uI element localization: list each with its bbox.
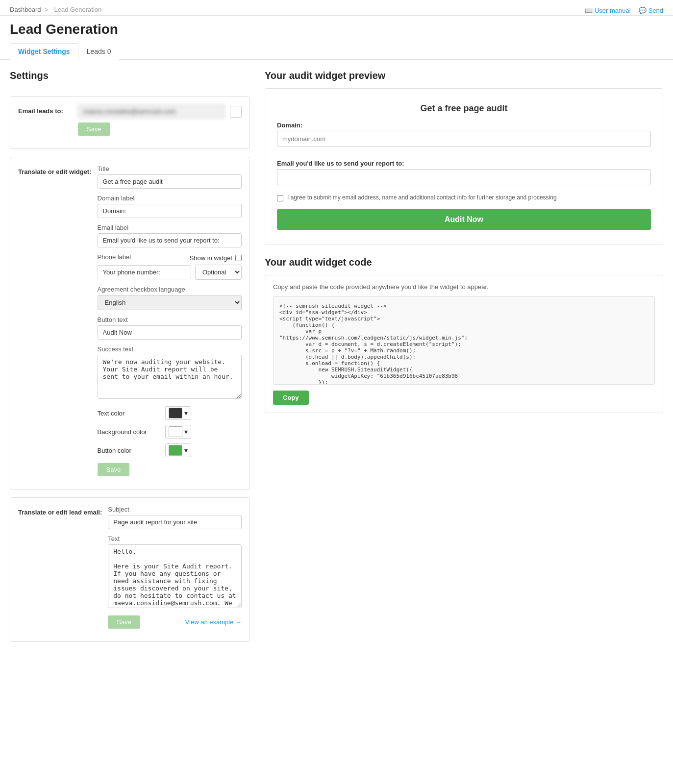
preview-email-input[interactable]	[277, 169, 651, 185]
subject-group: Subject	[108, 506, 242, 529]
title-group: Title	[98, 165, 242, 189]
bg-color-swatch	[169, 426, 182, 437]
view-example-label: View an example	[185, 618, 234, 626]
view-example-link[interactable]: View an example →	[185, 618, 242, 626]
widget-preview-title: Your audit widget preview	[265, 70, 663, 81]
text-color-label: Text color	[98, 410, 161, 417]
button-color-picker[interactable]: ▾	[165, 443, 191, 457]
email-label-group: Email label	[98, 224, 242, 247]
button-text-label: Button text	[98, 316, 242, 323]
show-in-widget-checkbox[interactable]	[235, 255, 242, 261]
user-manual-link[interactable]: 📖 User manual	[585, 7, 631, 14]
translate-email-row: Translate or edit lead email: Subject Te…	[18, 506, 242, 629]
text-color-picker[interactable]: ▾	[165, 406, 191, 420]
tab-leads[interactable]: Leads 0	[78, 43, 120, 60]
translate-email-label: Translate or edit lead email:	[18, 506, 102, 516]
translate-widget-row: Translate or edit widget: Title Domain l…	[18, 165, 242, 476]
translate-email-save-btn[interactable]: Save	[108, 615, 140, 629]
tab-widget-settings[interactable]: Widget Settings	[10, 43, 78, 60]
tab-leads-label: Leads 0	[87, 48, 111, 55]
tab-widget-settings-label: Widget Settings	[18, 48, 70, 55]
send-link[interactable]: 💬 Send	[639, 7, 663, 14]
preview-domain-input[interactable]	[277, 131, 651, 147]
page-title: Lead Generation	[10, 22, 663, 37]
email-leads-label: Email leads to:	[18, 104, 72, 115]
right-panel: Your audit widget preview Get a free pag…	[265, 70, 663, 642]
email-save-row: Save View an example →	[108, 615, 242, 629]
subject-label: Subject	[108, 506, 242, 513]
tabs-bar: Widget Settings Leads 0	[0, 43, 673, 60]
preview-agree-checkbox[interactable]	[277, 195, 283, 201]
book-icon: 📖	[585, 7, 593, 14]
email-text-textarea[interactable]: Hello, Here is your Site Audit report. I…	[108, 544, 242, 608]
settings-section-title: Settings	[10, 70, 250, 81]
email-text-group: Text Hello, Here is your Site Audit repo…	[108, 535, 242, 610]
bg-color-row: Background color ▾	[98, 425, 242, 439]
code-box: <!-- semrush siteaudit widget --> <div i…	[273, 296, 655, 385]
widget-code-card: Copy and paste the code provided anywher…	[265, 275, 663, 413]
breadcrumb: Dashboard > Lead Generation	[10, 6, 103, 13]
widget-preview-card-title: Get a free page audit	[277, 103, 651, 114]
bg-color-picker[interactable]: ▾	[165, 425, 191, 439]
translate-email-card: Translate or edit lead email: Subject Te…	[10, 497, 250, 642]
message-icon: 💬	[639, 7, 647, 14]
phone-input[interactable]	[98, 265, 191, 279]
text-color-chevron: ▾	[184, 409, 188, 417]
agreement-select[interactable]: English French German Spanish	[98, 295, 242, 310]
email-text-label: Text	[108, 535, 242, 542]
email-label-label: Email label	[98, 224, 242, 231]
phone-label-row: Phone label Show in widget	[98, 253, 242, 263]
bg-color-label: Background color	[98, 428, 161, 436]
view-example-arrow: →	[235, 618, 242, 626]
main-content: Settings Email leads to: maeva.considine…	[0, 60, 673, 652]
email-field-row: maeva.considine@semrush.com	[78, 104, 242, 119]
email-leads-save-btn[interactable]: Save	[78, 122, 110, 136]
button-text-input[interactable]	[98, 325, 242, 340]
copy-code-btn[interactable]: Copy	[273, 391, 309, 405]
page-header: Lead Generation	[0, 16, 673, 37]
top-bar-right: 📖 User manual 💬 Send	[585, 7, 663, 14]
button-color-row: Button color ▾	[98, 443, 242, 457]
phone-input-row: Optional Required	[98, 265, 242, 280]
widget-code-title: Your audit widget code	[265, 257, 663, 268]
breadcrumb-separator: >	[45, 6, 49, 13]
widget-preview-card: Get a free page audit Domain: Email you'…	[265, 88, 663, 245]
preview-checkbox-row: I agree to submit my email address, name…	[277, 194, 651, 201]
agreement-group: Agreement checkbox language English Fren…	[98, 286, 242, 310]
email-label-input[interactable]	[98, 233, 242, 247]
text-color-row: Text color ▾	[98, 406, 242, 420]
code-description: Copy and paste the code provided anywher…	[273, 283, 655, 291]
preview-email-label: Email you'd like us to send your report …	[277, 160, 651, 167]
email-toggle-btn[interactable]	[230, 106, 242, 118]
button-color-chevron: ▾	[184, 446, 188, 454]
button-color-label: Button color	[98, 447, 161, 454]
title-label: Title	[98, 165, 242, 172]
domain-label-input[interactable]	[98, 204, 242, 218]
breadcrumb-parent[interactable]: Dashboard	[10, 6, 41, 13]
email-leads-row: Email leads to: maeva.considine@semrush.…	[18, 104, 242, 136]
left-panel: Settings Email leads to: maeva.considine…	[10, 70, 250, 642]
preview-domain-label: Domain:	[277, 122, 651, 129]
show-in-widget-row: Show in widget	[190, 254, 242, 262]
breadcrumb-current: Lead Generation	[54, 6, 101, 13]
bg-color-chevron: ▾	[184, 428, 188, 436]
phone-optional-select[interactable]: Optional Required	[195, 265, 242, 280]
button-color-swatch	[169, 445, 182, 456]
show-in-widget-label: Show in widget	[190, 254, 232, 262]
email-leads-card: Email leads to: maeva.considine@semrush.…	[10, 96, 250, 149]
translate-widget-save-btn[interactable]: Save	[98, 463, 130, 476]
domain-label-group: Domain label	[98, 195, 242, 218]
user-manual-label: User manual	[595, 7, 631, 14]
preview-audit-btn[interactable]: Audit Now	[277, 209, 651, 230]
email-blurred-value: maeva.considine@semrush.com	[78, 104, 225, 119]
success-text-group: Success text We're now auditing your web…	[98, 345, 242, 400]
success-text-textarea[interactable]: We're now auditing your website. Your Si…	[98, 355, 242, 399]
button-text-group: Button text	[98, 316, 242, 340]
phone-label-text: Phone label	[98, 253, 131, 261]
title-input[interactable]	[98, 174, 242, 189]
subject-input[interactable]	[108, 515, 242, 529]
preview-email-group: Email you'd like us to send your report …	[277, 160, 651, 188]
translate-widget-label: Translate or edit widget:	[18, 165, 92, 175]
preview-agree-text: I agree to submit my email address, name…	[287, 194, 557, 201]
preview-domain-group: Domain:	[277, 122, 651, 154]
